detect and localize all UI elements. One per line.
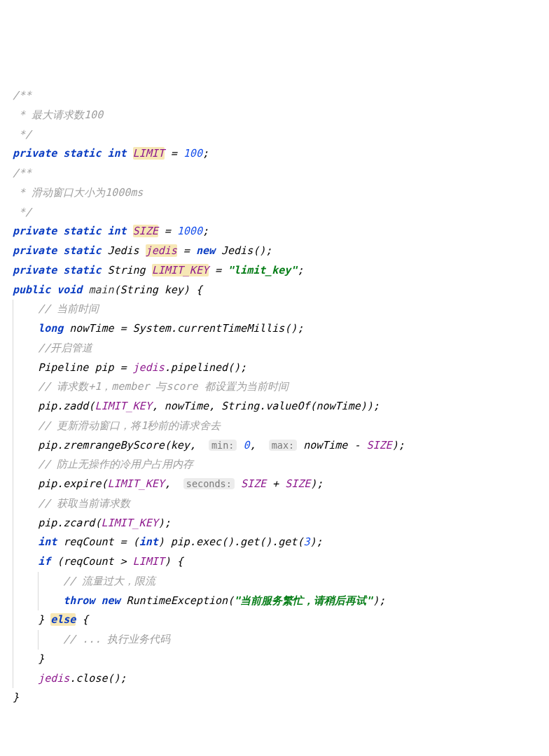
code-block: /** * 最大请求数100 */ private static int LIM… xyxy=(13,86,536,708)
indent-guide xyxy=(13,455,13,475)
expr: reqCount = ( xyxy=(57,536,139,548)
kw-private: private xyxy=(13,264,57,276)
num-100: 100 xyxy=(183,147,202,160)
hint-max: max: xyxy=(269,440,298,451)
field-ref-jedis: jedis xyxy=(133,361,165,374)
type-int: int xyxy=(107,225,126,237)
comment: // 当前时间 xyxy=(38,302,99,315)
field-ref-limit: LIMIT xyxy=(133,555,165,568)
type-string: String xyxy=(107,264,145,276)
comment: //开启管道 xyxy=(38,342,92,354)
static-call: valueOf xyxy=(265,400,310,412)
expr: pip.zadd( xyxy=(38,400,95,412)
indent-guide xyxy=(13,397,13,416)
type-int: int xyxy=(107,147,126,160)
javadoc-open: /** xyxy=(13,167,32,179)
expr: (reqCount > xyxy=(50,555,132,568)
space xyxy=(297,439,303,451)
javadoc-close: */ xyxy=(13,206,32,218)
field-limit: LIMIT xyxy=(133,147,165,160)
punct: , xyxy=(165,477,177,490)
expr: , nowTime, String. xyxy=(152,400,266,412)
indent-guide xyxy=(13,650,13,669)
indent-guide xyxy=(13,552,13,572)
indent-guide xyxy=(13,339,13,358)
indent-guide xyxy=(13,416,13,436)
kw-throw: throw xyxy=(63,594,95,607)
brace: } xyxy=(38,652,44,665)
kw-void: void xyxy=(57,284,82,296)
indent-guide xyxy=(13,300,13,319)
indent-guide xyxy=(13,592,13,611)
expr: .pipelined(); xyxy=(165,361,246,374)
indent-guide xyxy=(13,533,13,552)
expr: (nowTime)); xyxy=(310,400,379,412)
field-ref-size: SIZE xyxy=(367,439,392,451)
indent-guide xyxy=(38,572,39,592)
brace: { xyxy=(76,613,88,626)
punct: , xyxy=(250,439,263,451)
indent-guide xyxy=(38,630,39,650)
kw-static: static xyxy=(63,244,101,257)
punct: ; xyxy=(202,147,209,160)
space xyxy=(237,439,243,451)
comment: // 流量过大，限流 xyxy=(63,575,155,587)
field-size: SIZE xyxy=(133,225,158,237)
expr: .close(); xyxy=(69,672,126,685)
punct: = xyxy=(177,244,196,257)
punct: = xyxy=(165,147,183,160)
field-ref-limitkey: LIMIT_KEY xyxy=(101,517,158,529)
punct: ; xyxy=(202,225,209,237)
comment: // 请求数+1，member 与score 都设置为当前时间 xyxy=(38,380,289,393)
kw-else: else xyxy=(50,613,76,626)
punct: (); xyxy=(284,322,303,335)
type-jedis: Jedis xyxy=(107,244,139,257)
field-ref-jedis: jedis xyxy=(38,672,69,685)
kw-static: static xyxy=(63,147,101,160)
kw-new: new xyxy=(101,594,120,607)
field-ref-limitkey: LIMIT_KEY xyxy=(107,477,164,490)
brace: } xyxy=(38,613,50,626)
expr: nowTime = System. xyxy=(69,322,177,335)
indent-guide xyxy=(13,514,13,533)
expr: Pipeline pip = xyxy=(38,361,132,374)
indent-guide xyxy=(38,592,39,611)
kw-private: private xyxy=(13,244,57,257)
punct: + xyxy=(266,477,285,490)
field-ref-limitkey: LIMIT_KEY xyxy=(95,400,151,412)
indent-guide xyxy=(13,319,13,339)
punct: (); xyxy=(253,244,272,257)
indent-guide xyxy=(13,494,13,514)
punct: ; xyxy=(297,264,303,276)
expr: pip.expire( xyxy=(38,477,107,490)
space xyxy=(235,477,241,490)
expr: nowTime - xyxy=(303,439,366,451)
method-main: main xyxy=(88,284,113,296)
ctor-runtimeexception: RuntimeException( xyxy=(127,594,235,607)
indent-guide xyxy=(13,475,13,494)
str-msg: "当前服务繁忙，请稍后再试" xyxy=(234,594,373,607)
kw-if: if xyxy=(38,555,50,568)
indent-guide xyxy=(13,358,13,378)
ctor-jedis: Jedis xyxy=(221,244,253,257)
indent-guide xyxy=(13,610,13,630)
field-limit-key: LIMIT_KEY xyxy=(152,264,209,276)
brace: } xyxy=(13,691,19,704)
static-call: currentTimeMillis xyxy=(177,322,285,335)
num-1000: 1000 xyxy=(177,225,202,237)
expr: pip.zcard( xyxy=(38,517,101,529)
indent-guide xyxy=(13,572,13,592)
punct: ); xyxy=(158,517,171,529)
kw-private: private xyxy=(13,225,57,237)
hint-seconds: seconds: xyxy=(183,478,235,489)
expr: ) pip.exec().get().get( xyxy=(158,536,304,548)
punct: ); xyxy=(310,536,322,548)
punct: = xyxy=(158,225,177,237)
sig-params: (String key) { xyxy=(114,284,202,296)
type-int: int xyxy=(38,536,57,548)
javadoc-close: */ xyxy=(13,128,32,141)
comment: // 更新滑动窗口，将1秒前的请求舍去 xyxy=(38,419,221,432)
punct: ); xyxy=(392,439,405,451)
indent-guide xyxy=(13,436,13,456)
field-ref-size: SIZE xyxy=(241,477,266,490)
